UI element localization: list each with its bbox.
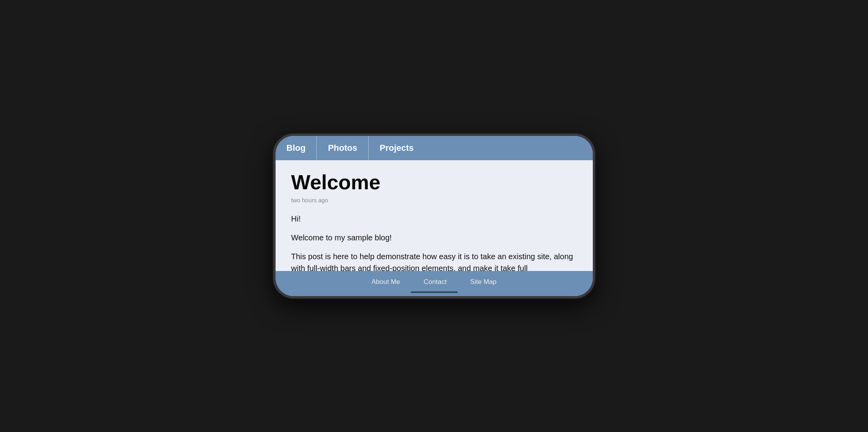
nav-bar: Blog Photos Projects <box>276 136 593 160</box>
nav-item-blog[interactable]: Blog <box>276 136 317 160</box>
nav-item-photos[interactable]: Photos <box>316 136 368 160</box>
footer-item-about[interactable]: About Me <box>371 278 400 286</box>
post-paragraph-3: This post is here to help demonstrate ho… <box>291 251 577 271</box>
home-indicator <box>411 291 458 293</box>
phone-screen: Blog Photos Projects Welcome two hours a… <box>276 136 593 296</box>
content-area: Welcome two hours ago Hi! Welcome to my … <box>276 160 593 271</box>
footer-item-contact[interactable]: Contact <box>424 278 447 286</box>
post-paragraph-1: Hi! <box>291 213 577 225</box>
phone-frame: Blog Photos Projects Welcome two hours a… <box>273 134 595 298</box>
post-timestamp: two hours ago <box>291 197 577 203</box>
nav-photos-label: Photos <box>328 143 357 153</box>
nav-projects-label: Projects <box>380 143 414 153</box>
post-paragraph-2: Welcome to my sample blog! <box>291 232 577 243</box>
post-body: Hi! Welcome to my sample blog! This post… <box>291 213 577 271</box>
footer-item-sitemap[interactable]: Site Map <box>470 278 497 286</box>
nav-item-projects[interactable]: Projects <box>368 136 425 160</box>
post-title: Welcome <box>291 171 577 194</box>
footer-bar: About Me Contact Site Map <box>276 271 593 296</box>
nav-blog-label: Blog <box>287 143 306 153</box>
